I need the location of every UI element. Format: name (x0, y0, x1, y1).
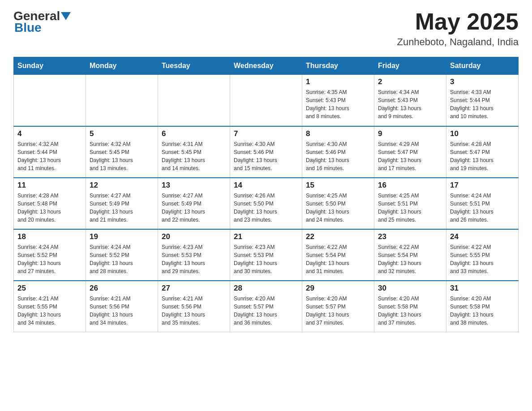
day-info: Sunrise: 4:21 AM Sunset: 5:56 PM Dayligh… (162, 295, 226, 327)
page-header: General Blue May 2025 Zunheboto, Nagalan… (13, 9, 519, 48)
day-number: 23 (378, 232, 442, 241)
day-info: Sunrise: 4:28 AM Sunset: 5:48 PM Dayligh… (17, 192, 82, 224)
day-number: 13 (162, 181, 226, 190)
calendar-cell: 10Sunrise: 4:28 AM Sunset: 5:47 PM Dayli… (446, 126, 519, 178)
day-info: Sunrise: 4:20 AM Sunset: 5:57 PM Dayligh… (234, 295, 298, 327)
day-number: 10 (450, 129, 515, 138)
day-number: 14 (234, 181, 298, 190)
day-number: 29 (306, 284, 370, 293)
day-number: 21 (234, 232, 298, 241)
day-number: 5 (90, 129, 154, 138)
day-number: 8 (306, 129, 370, 138)
calendar-cell: 21Sunrise: 4:23 AM Sunset: 5:53 PM Dayli… (230, 229, 302, 281)
day-number: 28 (234, 284, 298, 293)
week-row-1: 1Sunrise: 4:35 AM Sunset: 5:43 PM Daylig… (14, 75, 519, 126)
calendar-cell: 30Sunrise: 4:20 AM Sunset: 5:58 PM Dayli… (374, 281, 446, 332)
calendar-cell: 31Sunrise: 4:20 AM Sunset: 5:58 PM Dayli… (446, 281, 519, 332)
day-number: 26 (90, 284, 154, 293)
day-info: Sunrise: 4:21 AM Sunset: 5:56 PM Dayligh… (90, 295, 154, 327)
day-info: Sunrise: 4:31 AM Sunset: 5:45 PM Dayligh… (162, 140, 226, 172)
day-info: Sunrise: 4:33 AM Sunset: 5:44 PM Dayligh… (450, 88, 515, 120)
day-info: Sunrise: 4:32 AM Sunset: 5:45 PM Dayligh… (90, 140, 154, 172)
calendar-cell: 5Sunrise: 4:32 AM Sunset: 5:45 PM Daylig… (86, 126, 158, 178)
calendar-cell (230, 75, 302, 126)
logo-blue-text: Blue (14, 21, 42, 35)
day-number: 17 (450, 181, 515, 190)
day-number: 4 (17, 129, 82, 138)
week-row-5: 25Sunrise: 4:21 AM Sunset: 5:55 PM Dayli… (14, 281, 519, 332)
calendar-cell: 19Sunrise: 4:24 AM Sunset: 5:52 PM Dayli… (86, 229, 158, 281)
day-info: Sunrise: 4:26 AM Sunset: 5:50 PM Dayligh… (234, 192, 298, 224)
day-number: 22 (306, 232, 370, 241)
day-info: Sunrise: 4:30 AM Sunset: 5:46 PM Dayligh… (234, 140, 298, 172)
logo-triangle-icon (61, 12, 71, 22)
calendar-cell: 29Sunrise: 4:20 AM Sunset: 5:57 PM Dayli… (302, 281, 374, 332)
day-number: 16 (378, 181, 442, 190)
col-wednesday: Wednesday (230, 57, 302, 75)
day-info: Sunrise: 4:22 AM Sunset: 5:54 PM Dayligh… (378, 243, 442, 275)
calendar-cell: 23Sunrise: 4:22 AM Sunset: 5:54 PM Dayli… (374, 229, 446, 281)
day-number: 6 (162, 129, 226, 138)
day-number: 9 (378, 129, 442, 138)
day-number: 18 (17, 232, 82, 241)
calendar-cell: 22Sunrise: 4:22 AM Sunset: 5:54 PM Dayli… (302, 229, 374, 281)
day-info: Sunrise: 4:28 AM Sunset: 5:47 PM Dayligh… (450, 140, 515, 172)
day-number: 24 (450, 232, 515, 241)
day-number: 12 (90, 181, 154, 190)
calendar-cell: 18Sunrise: 4:24 AM Sunset: 5:52 PM Dayli… (14, 229, 86, 281)
logo: General Blue (13, 9, 71, 35)
day-info: Sunrise: 4:25 AM Sunset: 5:51 PM Dayligh… (378, 192, 442, 224)
day-number: 25 (17, 284, 82, 293)
calendar-table: Sunday Monday Tuesday Wednesday Thursday… (13, 57, 519, 332)
month-year-title: May 2025 (397, 9, 519, 34)
calendar-cell: 15Sunrise: 4:25 AM Sunset: 5:50 PM Dayli… (302, 178, 374, 229)
week-row-2: 4Sunrise: 4:32 AM Sunset: 5:44 PM Daylig… (14, 126, 519, 178)
day-info: Sunrise: 4:29 AM Sunset: 5:47 PM Dayligh… (378, 140, 442, 172)
day-info: Sunrise: 4:27 AM Sunset: 5:49 PM Dayligh… (162, 192, 226, 224)
day-number: 30 (378, 284, 442, 293)
week-row-4: 18Sunrise: 4:24 AM Sunset: 5:52 PM Dayli… (14, 229, 519, 281)
day-number: 3 (450, 77, 515, 86)
calendar-header-row: Sunday Monday Tuesday Wednesday Thursday… (14, 57, 519, 75)
calendar-cell: 2Sunrise: 4:34 AM Sunset: 5:43 PM Daylig… (374, 75, 446, 126)
col-friday: Friday (374, 57, 446, 75)
day-info: Sunrise: 4:22 AM Sunset: 5:54 PM Dayligh… (306, 243, 370, 275)
calendar-cell: 28Sunrise: 4:20 AM Sunset: 5:57 PM Dayli… (230, 281, 302, 332)
col-saturday: Saturday (446, 57, 519, 75)
calendar-cell: 27Sunrise: 4:21 AM Sunset: 5:56 PM Dayli… (158, 281, 230, 332)
calendar-cell: 11Sunrise: 4:28 AM Sunset: 5:48 PM Dayli… (14, 178, 86, 229)
calendar-cell: 3Sunrise: 4:33 AM Sunset: 5:44 PM Daylig… (446, 75, 519, 126)
day-info: Sunrise: 4:24 AM Sunset: 5:52 PM Dayligh… (90, 243, 154, 275)
calendar-cell: 4Sunrise: 4:32 AM Sunset: 5:44 PM Daylig… (14, 126, 86, 178)
calendar-cell: 16Sunrise: 4:25 AM Sunset: 5:51 PM Dayli… (374, 178, 446, 229)
day-number: 19 (90, 232, 154, 241)
col-monday: Monday (86, 57, 158, 75)
day-number: 2 (378, 77, 442, 86)
calendar-cell: 12Sunrise: 4:27 AM Sunset: 5:49 PM Dayli… (86, 178, 158, 229)
calendar-cell (158, 75, 230, 126)
day-info: Sunrise: 4:25 AM Sunset: 5:50 PM Dayligh… (306, 192, 370, 224)
day-number: 7 (234, 129, 298, 138)
day-info: Sunrise: 4:20 AM Sunset: 5:58 PM Dayligh… (450, 295, 515, 327)
calendar-cell: 26Sunrise: 4:21 AM Sunset: 5:56 PM Dayli… (86, 281, 158, 332)
day-info: Sunrise: 4:32 AM Sunset: 5:44 PM Dayligh… (17, 140, 82, 172)
day-number: 20 (162, 232, 226, 241)
title-block: May 2025 Zunheboto, Nagaland, India (397, 9, 519, 48)
calendar-cell: 25Sunrise: 4:21 AM Sunset: 5:55 PM Dayli… (14, 281, 86, 332)
day-info: Sunrise: 4:27 AM Sunset: 5:49 PM Dayligh… (90, 192, 154, 224)
day-number: 15 (306, 181, 370, 190)
day-info: Sunrise: 4:24 AM Sunset: 5:52 PM Dayligh… (17, 243, 82, 275)
day-info: Sunrise: 4:23 AM Sunset: 5:53 PM Dayligh… (234, 243, 298, 275)
day-number: 27 (162, 284, 226, 293)
calendar-cell: 9Sunrise: 4:29 AM Sunset: 5:47 PM Daylig… (374, 126, 446, 178)
day-info: Sunrise: 4:22 AM Sunset: 5:55 PM Dayligh… (450, 243, 515, 275)
week-row-3: 11Sunrise: 4:28 AM Sunset: 5:48 PM Dayli… (14, 178, 519, 229)
day-number: 1 (306, 77, 370, 86)
calendar-cell: 7Sunrise: 4:30 AM Sunset: 5:46 PM Daylig… (230, 126, 302, 178)
calendar-cell: 14Sunrise: 4:26 AM Sunset: 5:50 PM Dayli… (230, 178, 302, 229)
calendar-cell: 6Sunrise: 4:31 AM Sunset: 5:45 PM Daylig… (158, 126, 230, 178)
calendar-cell (14, 75, 86, 126)
calendar-cell: 8Sunrise: 4:30 AM Sunset: 5:46 PM Daylig… (302, 126, 374, 178)
day-number: 31 (450, 284, 515, 293)
calendar-cell: 1Sunrise: 4:35 AM Sunset: 5:43 PM Daylig… (302, 75, 374, 126)
